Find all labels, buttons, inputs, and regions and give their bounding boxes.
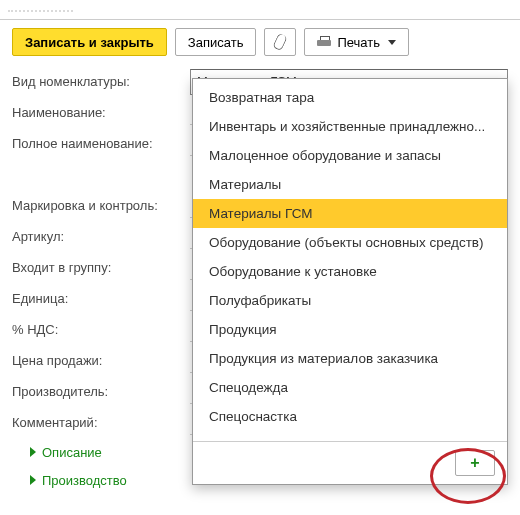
type-option[interactable]: Спецодежда (193, 373, 507, 402)
print-button-label: Печать (337, 35, 380, 50)
chevron-down-icon (388, 40, 396, 45)
description-section-label: Описание (42, 445, 102, 460)
save-close-button[interactable]: Записать и закрыть (12, 28, 167, 56)
type-option[interactable]: Возвратная тара (193, 83, 507, 112)
marking-label: Маркировка и контроль: (12, 198, 182, 213)
type-option[interactable]: Материалы (193, 170, 507, 199)
add-type-button[interactable]: + (455, 450, 495, 476)
type-option[interactable]: Товары (193, 431, 507, 441)
window-tabs (0, 0, 520, 20)
group-label: Входит в группу: (12, 260, 182, 275)
save-button[interactable]: Записать (175, 28, 257, 56)
vat-label: % НДС: (12, 322, 182, 337)
type-option[interactable]: Оборудование к установке (193, 257, 507, 286)
paperclip-icon (272, 33, 288, 52)
type-option[interactable]: Инвентарь и хозяйственные принадлежно... (193, 112, 507, 141)
comment-label: Комментарий: (12, 415, 182, 430)
type-option[interactable]: Продукция (193, 315, 507, 344)
production-section-label: Производство (42, 473, 127, 488)
toolbar: Записать и закрыть Записать Печать (0, 26, 520, 66)
print-button[interactable]: Печать (304, 28, 409, 56)
type-dropdown-list[interactable]: Возвратная тараИнвентарь и хозяйственные… (193, 79, 507, 441)
name-label: Наименование: (12, 105, 182, 120)
type-dropdown-footer: + (193, 441, 507, 484)
price-label: Цена продажи: (12, 353, 182, 368)
type-option[interactable]: Материалы ГСМ (193, 199, 507, 228)
attach-button[interactable] (264, 28, 296, 56)
tab-placeholder[interactable] (8, 0, 73, 12)
type-option[interactable]: Продукция из материалов заказчика (193, 344, 507, 373)
unit-label: Единица: (12, 291, 182, 306)
type-option[interactable]: Малоценное оборудование и запасы (193, 141, 507, 170)
type-option[interactable]: Спецоснастка (193, 402, 507, 431)
type-option[interactable]: Оборудование (объекты основных средств) (193, 228, 507, 257)
type-option[interactable]: Полуфабрикаты (193, 286, 507, 315)
type-dropdown: Возвратная тараИнвентарь и хозяйственные… (192, 78, 508, 485)
fullname-label: Полное наименование: (12, 136, 182, 151)
printer-icon (317, 36, 331, 49)
maker-label: Производитель: (12, 384, 182, 399)
article-label: Артикул: (12, 229, 182, 244)
type-label: Вид номенклатуры: (12, 74, 182, 89)
